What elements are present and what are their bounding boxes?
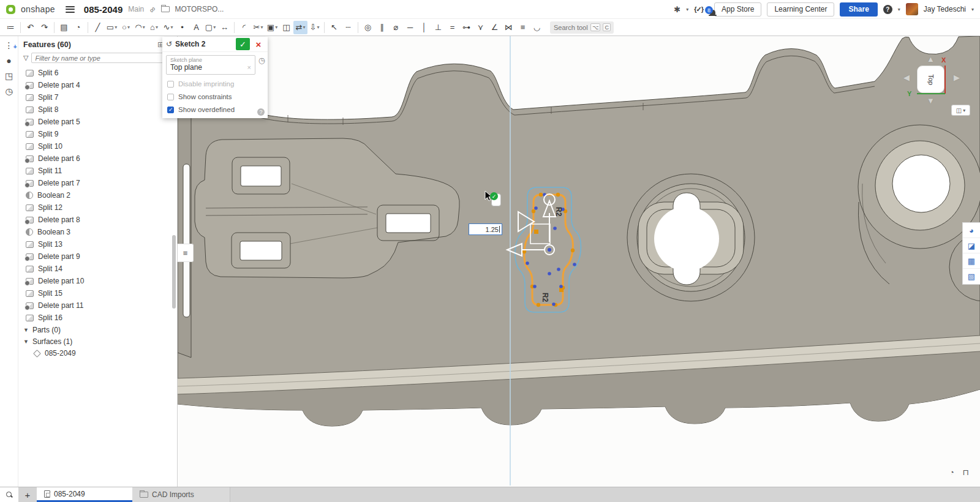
feature-list-toggle-icon[interactable]: ≔	[4, 21, 18, 34]
chevron-down-icon[interactable]: ▼	[23, 339, 29, 345]
redo-button[interactable]: ↷	[37, 21, 51, 34]
commit-sketch-button[interactable]: ✓	[236, 38, 250, 50]
diagnostics-icon[interactable]: ✱	[674, 5, 680, 14]
use-project-tool[interactable]: ↖	[327, 21, 341, 34]
feature-item-boolean-2[interactable]: Boolean 2	[18, 189, 177, 201]
app-store-button[interactable]: App Store	[714, 2, 761, 17]
slot-tool[interactable]: ▢▾	[203, 21, 217, 34]
mirror-tool[interactable]: ◫	[279, 21, 293, 34]
share-link-icon[interactable]: ∞	[147, 4, 157, 14]
option-show-overdefined[interactable]: Show overdefined	[166, 106, 264, 113]
dialog-flyout-toggle[interactable]: ≡	[178, 244, 194, 262]
graphics-viewport[interactable]: R2 R2 ≡ 1.25 ✓ ◀ ▶ ▲ ▼ Top X Y	[178, 36, 980, 487]
chevron-down-icon[interactable]: ▼	[23, 327, 29, 333]
constraint-curvature[interactable]: ◡	[530, 21, 544, 34]
constraint-fix[interactable]: ≡	[516, 21, 530, 34]
constraint-concentric[interactable]: ◎	[361, 21, 375, 34]
feature-item-delete-part-11[interactable]: Delete part 11	[18, 299, 177, 312]
model-round-hole[interactable]	[892, 155, 950, 212]
shaded-view-icon[interactable]: ◕	[963, 223, 980, 238]
user-avatar[interactable]	[906, 3, 918, 15]
analysis-cube-icon[interactable]: ◳	[5, 72, 13, 80]
feature-item-split-10[interactable]: Split 10	[18, 140, 177, 152]
dropdown-caret-icon[interactable]: ▾	[143, 24, 145, 30]
rotate-down-icon[interactable]: ▼	[927, 96, 935, 105]
user-name[interactable]: Jay Tedeschi	[924, 5, 966, 13]
dropdown-caret-icon[interactable]: ▾	[303, 24, 305, 30]
spline-tool[interactable]: ∿▾	[161, 21, 175, 34]
checkbox-icon[interactable]	[167, 94, 174, 100]
comment-icon[interactable]: ●	[6, 56, 11, 65]
radius-dimension-label-top[interactable]: R2	[554, 207, 563, 217]
surface-item[interactable]: 085-2049	[18, 347, 177, 359]
mass-properties-icon[interactable]: ⊓	[963, 468, 969, 477]
view-options-button[interactable]: ◫▾	[951, 105, 970, 116]
dropdown-caret-icon[interactable]: ▾	[115, 24, 117, 30]
construction-toggle[interactable]: ┄	[341, 21, 355, 34]
feature-item-delete-part-4[interactable]: Delete part 4	[18, 79, 177, 91]
add-tab-button[interactable]: +	[18, 487, 37, 502]
polygon-tool[interactable]: ⌂▾	[147, 21, 161, 34]
checkbox-icon[interactable]	[167, 107, 174, 113]
feature-item-delete-part-9[interactable]: Delete part 9	[18, 250, 177, 263]
section-view-icon[interactable]: ▦	[963, 253, 980, 269]
text-tool[interactable]: A	[189, 21, 203, 34]
constraint-midpoint[interactable]: ⊶	[459, 21, 473, 34]
sketch-plane-value[interactable]: Top plane	[170, 63, 202, 72]
group-header-parts[interactable]: ▼Parts (0)	[18, 324, 177, 335]
group-header-surfaces[interactable]: ▼Surfaces (1)	[18, 335, 177, 347]
cancel-sketch-button[interactable]: ×	[253, 38, 264, 50]
constraint-vertical[interactable]: │	[417, 21, 431, 34]
option-disable-imprinting[interactable]: Disable imprinting	[166, 80, 264, 88]
search-tools-box[interactable]: ⌥ C	[550, 21, 614, 34]
dropdown-caret-icon[interactable]: ▾	[260, 24, 263, 30]
sketch-dialog-header[interactable]: ↺ Sketch 2 ✓ ×	[162, 37, 268, 52]
circle-tool[interactable]: ○▾	[119, 21, 133, 34]
feature-item-delete-part-10[interactable]: Delete part 10	[18, 275, 177, 287]
diagnostics-caret-icon[interactable]: ▾	[686, 7, 688, 12]
rotate-up-icon[interactable]: ▲	[927, 54, 935, 64]
filter-input[interactable]	[31, 53, 173, 63]
workspace-name[interactable]: Main	[128, 5, 144, 13]
feature-item-split-8[interactable]: Split 8	[18, 103, 177, 116]
rotate-left-icon[interactable]: ◀	[903, 73, 910, 82]
dropdown-caret-icon[interactable]: ▾	[170, 24, 173, 30]
constraint-tangent[interactable]: ⌀	[389, 21, 403, 34]
feature-item-split-16[interactable]: Split 16	[18, 312, 177, 324]
feature-item-delete-part-8[interactable]: Delete part 8	[18, 214, 177, 226]
cad-canvas[interactable]: R2 R2	[178, 36, 980, 487]
feature-item-split-11[interactable]: Split 11	[18, 165, 177, 177]
dropdown-caret-icon[interactable]: ▾	[213, 24, 216, 30]
undo-button[interactable]: ↶	[23, 21, 37, 34]
fillet-tool[interactable]: ◜	[237, 21, 251, 34]
dialog-help-icon[interactable]: ?	[257, 108, 265, 116]
user-menu-caret-icon[interactable]: ▾	[971, 7, 974, 12]
folder-name[interactable]: MOTORSPO...	[175, 5, 224, 13]
dropdown-caret-icon[interactable]: ▾	[317, 24, 319, 30]
feature-item-split-9[interactable]: Split 9	[18, 128, 177, 140]
feature-item-boolean-3[interactable]: Boolean 3	[18, 226, 177, 238]
filter-funnel-icon[interactable]: ▽	[23, 54, 28, 62]
clear-plane-icon[interactable]: ×	[247, 64, 251, 71]
dropdown-caret-icon[interactable]: ▾	[156, 24, 158, 30]
isolate-sketch-icon[interactable]: ▧	[963, 269, 980, 284]
surface-model-icon[interactable]: ◔	[71, 21, 85, 34]
radius-dimension-label-bottom[interactable]: R2	[541, 293, 549, 302]
feature-list-scrollbar[interactable]	[172, 235, 176, 309]
featurescript-icon[interactable]: {✓}	[694, 6, 703, 13]
document-title[interactable]: 085-2049	[84, 4, 123, 15]
offset-tool[interactable]: ▣▾	[265, 21, 279, 34]
feature-item-split-13[interactable]: Split 13	[18, 238, 177, 250]
constraint-parallel[interactable]: ∥	[375, 21, 389, 34]
feature-item-delete-part-6[interactable]: Delete part 6	[18, 152, 177, 165]
measure-icon[interactable]: ◔	[949, 468, 954, 477]
feature-item-delete-part-5[interactable]: Delete part 5	[18, 116, 177, 128]
constraint-pierce[interactable]: ⋎	[473, 21, 488, 34]
dimension-tool[interactable]: ↔	[217, 21, 232, 34]
trim-tool[interactable]: ✂▾	[251, 21, 265, 34]
point-tool[interactable]: •	[175, 21, 189, 34]
view-normal-to-sketch-icon[interactable]: ◪	[963, 238, 980, 253]
sketch-plane-field[interactable]: Sketch plane Top plane ×	[166, 55, 255, 75]
learning-center-button[interactable]: Learning Center	[767, 2, 834, 17]
line-tool[interactable]: ╱	[91, 21, 105, 34]
